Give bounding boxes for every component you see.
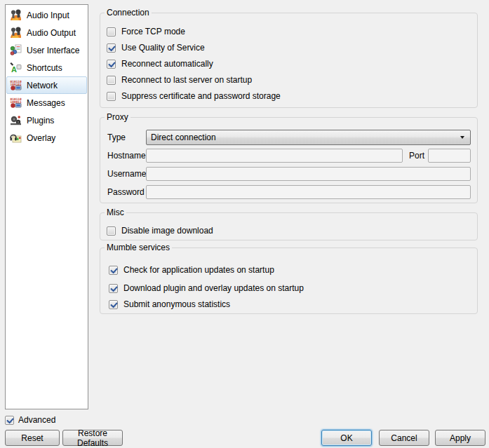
reconnect-checkbox[interactable] (107, 60, 116, 69)
connection-group: Connection Force TCP mode Use Quality of… (100, 13, 478, 108)
proxy-type-select[interactable]: Direct connection (146, 130, 471, 145)
audio-input-icon (10, 9, 22, 21)
checkbox-label: Suppress certificate and password storag… (121, 91, 281, 101)
sidebar-item-label: Plugins (27, 116, 54, 125)
settings-category-list: Audio Input Audio Output User Interface (5, 4, 88, 409)
sidebar-item-network[interactable]: 010110 100101 Network (6, 76, 87, 94)
mumble-services-group-title: Mumble services (105, 243, 172, 253)
check-updates-checkbox[interactable] (109, 266, 118, 275)
checkbox-row-force-tcp[interactable]: Force TCP mode (107, 26, 185, 37)
checkbox-label: Submit anonymous statistics (123, 299, 230, 309)
advanced-checkbox[interactable] (5, 416, 14, 425)
submit-statistics-checkbox[interactable] (109, 300, 118, 309)
restore-defaults-button[interactable]: Restore Defaults (62, 430, 123, 446)
checkbox-row-reconnect[interactable]: Reconnect automatically (107, 58, 213, 69)
svg-text:A: A (11, 65, 17, 74)
checkbox-row-suppress-storage[interactable]: Suppress certificate and password storag… (107, 90, 281, 102)
sidebar-item-label: Audio Input (27, 11, 69, 20)
plugins-icon (10, 114, 22, 126)
qos-checkbox[interactable] (107, 43, 116, 53)
sidebar-item-audio-input[interactable]: Audio Input (6, 6, 87, 24)
misc-group-title: Misc (105, 208, 126, 218)
chevron-down-icon (460, 136, 464, 139)
checkbox-label: Disable image download (121, 226, 213, 236)
sidebar-item-overlay[interactable]: Overlay (6, 129, 87, 147)
proxy-password-label: Password (107, 185, 145, 199)
cancel-button[interactable]: Cancel (379, 430, 429, 446)
proxy-group: Proxy Type Direct connection Hostname Po… (100, 117, 478, 203)
proxy-password-input[interactable] (146, 185, 471, 199)
user-interface-icon (10, 44, 22, 56)
checkbox-row-reconnect-last-server[interactable]: Reconnect to last server on startup (107, 74, 252, 86)
reset-button[interactable]: Reset (5, 430, 60, 446)
proxy-port-input[interactable] (428, 149, 471, 163)
disable-image-download-checkbox[interactable] (107, 226, 116, 236)
checkbox-row-submit-statistics[interactable]: Submit anonymous statistics (109, 299, 230, 310)
ok-button[interactable]: OK (321, 430, 372, 446)
checkbox-label: Force TCP mode (121, 27, 185, 36)
force-tcp-checkbox[interactable] (107, 27, 116, 36)
sidebar-item-label: Audio Output (27, 28, 76, 38)
checkbox-row-qos[interactable]: Use Quality of Service (107, 42, 205, 53)
checkbox-label: Use Quality of Service (121, 43, 205, 53)
sidebar-item-label: Shortcuts (27, 63, 62, 73)
apply-button[interactable]: Apply (435, 430, 485, 446)
checkbox-label: Check for application updates on startup (123, 265, 274, 275)
checkbox-row-check-updates[interactable]: Check for application updates on startup (109, 264, 274, 276)
misc-group: Misc Disable image download (100, 212, 478, 240)
proxy-username-label: Username (107, 167, 146, 181)
sidebar-item-label: Messages (27, 98, 65, 108)
proxy-type-label: Type (107, 130, 126, 145)
sidebar-item-shortcuts[interactable]: A Shortcuts (6, 59, 87, 76)
sidebar-item-label: User Interface (27, 46, 79, 55)
proxy-hostname-label: Hostname (107, 149, 146, 163)
reconnect-last-server-checkbox[interactable] (107, 76, 116, 85)
suppress-storage-checkbox[interactable] (107, 92, 116, 101)
sidebar-item-user-interface[interactable]: User Interface (6, 41, 87, 59)
sidebar-item-plugins[interactable]: Plugins (6, 111, 87, 129)
mumble-services-group: Mumble services Check for application up… (100, 247, 478, 314)
audio-output-icon (10, 27, 22, 39)
advanced-label: Advanced (18, 415, 55, 425)
overlay-icon (10, 132, 22, 144)
proxy-group-title: Proxy (105, 112, 130, 123)
checkbox-row-disable-image-download[interactable]: Disable image download (107, 225, 213, 236)
checkbox-row-download-plugin-updates[interactable]: Download plugin and overlay updates on s… (109, 283, 304, 294)
connection-group-title: Connection (105, 8, 152, 18)
checkbox-label: Reconnect automatically (121, 59, 213, 69)
sidebar-item-audio-output[interactable]: Audio Output (6, 24, 87, 41)
network-icon: 010110 100101 (10, 79, 22, 91)
sidebar-item-label: Overlay (27, 133, 55, 143)
proxy-hostname-input[interactable] (146, 149, 403, 163)
download-plugin-updates-checkbox[interactable] (109, 284, 118, 293)
advanced-checkbox-row[interactable]: Advanced (5, 414, 55, 426)
checkbox-label: Reconnect to last server on startup (121, 75, 252, 85)
checkbox-label: Download plugin and overlay updates on s… (123, 283, 304, 293)
proxy-type-value: Direct connection (151, 133, 460, 142)
proxy-username-input[interactable] (146, 167, 471, 181)
proxy-port-label: Port (409, 149, 424, 163)
messages-icon: 010110 100011 (10, 97, 22, 109)
shortcuts-icon: A (10, 62, 22, 74)
sidebar-item-label: Network (27, 81, 58, 90)
sidebar-item-messages[interactable]: 010110 100011 Messages (6, 94, 87, 111)
